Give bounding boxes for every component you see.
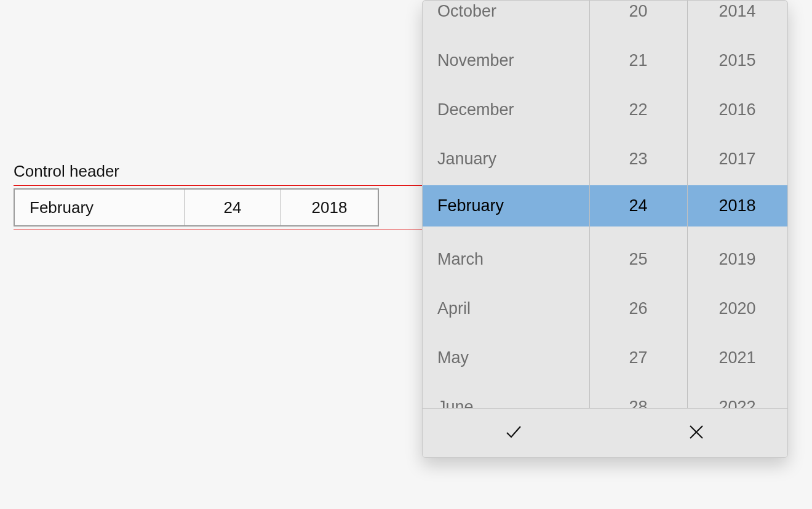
day-option[interactable]: 21 bbox=[589, 36, 687, 85]
date-picker-row[interactable]: March252019 bbox=[423, 234, 787, 284]
month-option[interactable]: December bbox=[423, 85, 589, 134]
canvas: Control header February 24 2018 October2… bbox=[0, 0, 812, 509]
month-option[interactable]: January bbox=[423, 134, 589, 183]
date-picker-closed[interactable]: February 24 2018 bbox=[14, 188, 379, 226]
day-option[interactable]: 25 bbox=[589, 234, 687, 284]
year-option[interactable]: 2016 bbox=[687, 85, 787, 134]
month-option[interactable]: April bbox=[423, 284, 589, 333]
day-option[interactable]: 22 bbox=[589, 85, 687, 134]
year-option[interactable]: 2020 bbox=[687, 284, 787, 333]
day-option[interactable]: 23 bbox=[589, 134, 687, 183]
day-option[interactable]: 26 bbox=[589, 284, 687, 333]
year-option[interactable]: 2015 bbox=[687, 36, 787, 85]
date-picker-row[interactable]: April262020 bbox=[423, 284, 787, 333]
guide-line-top bbox=[14, 185, 426, 186]
x-icon bbox=[687, 423, 706, 444]
year-option[interactable]: 2021 bbox=[687, 333, 787, 382]
date-picker-row[interactable]: October202014 bbox=[423, 1, 787, 36]
month-option[interactable]: November bbox=[423, 36, 589, 85]
guide-line-bottom bbox=[14, 230, 426, 230]
date-picker-flyout[interactable]: October202014November212015December22201… bbox=[422, 0, 788, 458]
date-picker-flyout-columns[interactable]: October202014November212015December22201… bbox=[423, 1, 787, 408]
day-option[interactable]: 28 bbox=[589, 382, 687, 408]
month-option[interactable]: October bbox=[423, 1, 589, 36]
year-option[interactable]: 2022 bbox=[687, 382, 787, 408]
date-picker-cancel-button[interactable] bbox=[605, 409, 788, 457]
date-picker-closed-month[interactable]: February bbox=[15, 190, 184, 225]
month-option[interactable]: May bbox=[423, 333, 589, 382]
month-option[interactable]: March bbox=[423, 234, 589, 284]
date-picker-closed-year[interactable]: 2018 bbox=[281, 190, 378, 225]
date-picker-row[interactable]: June282022 bbox=[423, 382, 787, 408]
year-option[interactable]: 2014 bbox=[687, 1, 787, 36]
date-picker-highlight-row[interactable]: February 24 2018 bbox=[423, 185, 787, 226]
date-picker-row[interactable]: May272021 bbox=[423, 333, 787, 382]
date-picker-row[interactable]: November212015 bbox=[423, 36, 787, 85]
date-picker-row[interactable]: December222016 bbox=[423, 85, 787, 134]
highlight-day[interactable]: 24 bbox=[589, 196, 687, 215]
date-picker-row[interactable]: January232017 bbox=[423, 134, 787, 183]
date-picker-closed-day[interactable]: 24 bbox=[184, 190, 281, 225]
day-option[interactable]: 20 bbox=[589, 1, 687, 36]
year-option[interactable]: 2019 bbox=[687, 234, 787, 284]
highlight-month[interactable]: February bbox=[423, 196, 589, 215]
date-picker-accept-button[interactable] bbox=[423, 409, 605, 457]
month-option[interactable]: June bbox=[423, 382, 589, 408]
day-option[interactable]: 27 bbox=[589, 333, 687, 382]
highlight-year[interactable]: 2018 bbox=[687, 196, 787, 215]
date-picker-header: Control header bbox=[14, 162, 119, 181]
year-option[interactable]: 2017 bbox=[687, 134, 787, 183]
check-icon bbox=[503, 422, 524, 445]
date-picker-flyout-footer bbox=[423, 408, 787, 457]
